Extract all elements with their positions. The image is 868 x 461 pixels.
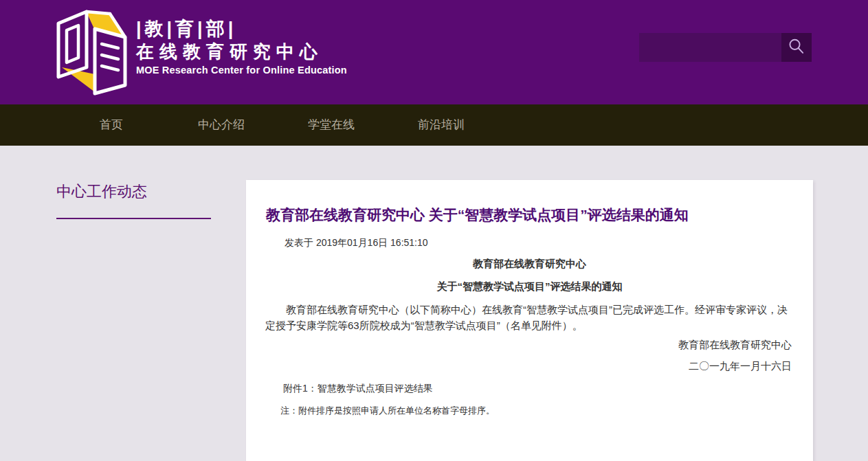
nav-item-frontier-training[interactable]: 前沿培训 (386, 104, 496, 146)
logo-line-ministry: |教|育|部| (136, 18, 347, 40)
logo-text: |教|育|部| 在线教育研究中心 MOE Research Center for… (136, 8, 347, 96)
logo-line-english-name: MOE Research Center for Online Education (136, 63, 347, 77)
doc-heading-org: 教育部在线教育研究中心 (246, 258, 813, 271)
site-logo[interactable]: |教|育|部| 在线教育研究中心 MOE Research Center for… (54, 8, 347, 96)
site-header: |教|育|部| 在线教育研究中心 MOE Research Center for… (0, 0, 868, 104)
article-publish-date: 发表于 2019年01月16日 16:51:10 (285, 237, 813, 249)
sidebar-title-underline (56, 218, 211, 219)
search-box (639, 33, 812, 62)
nav-item-center-intro[interactable]: 中心介绍 (166, 104, 276, 146)
logo-line-center-name: 在线教育研究中心 (136, 40, 347, 63)
oe-cube-logo-icon (54, 8, 129, 96)
main-nav: 首页 中心介绍 学堂在线 前沿培训 (0, 104, 868, 146)
search-input[interactable] (639, 33, 781, 62)
article-title: 教育部在线教育研究中心 关于“智慧教学试点项目”评选结果的通知 (266, 206, 792, 223)
nav-item-xuetangx[interactable]: 学堂在线 (276, 104, 386, 146)
search-button[interactable] (781, 33, 812, 62)
nav-item-home[interactable]: 首页 (56, 104, 166, 146)
doc-paragraph: 教育部在线教育研究中心（以下简称中心）在线教育“智慧教学试点项目”已完成评选工作… (265, 302, 792, 333)
search-icon (786, 37, 807, 58)
attachment-link[interactable]: 附件1：智慧教学试点项目评选结果 (283, 383, 813, 395)
doc-date-line: 二〇一九年一月十六日 (246, 360, 792, 373)
article-card: 教育部在线教育研究中心 关于“智慧教学试点项目”评选结果的通知 发表于 2019… (246, 180, 813, 461)
doc-note: 注：附件排序是按照申请人所在单位名称首字母排序。 (280, 405, 813, 417)
sidebar-title-center-news[interactable]: 中心工作动态 (56, 181, 211, 202)
sidebar: 中心工作动态 (56, 181, 211, 219)
page: |教|育|部| 在线教育研究中心 MOE Research Center for… (0, 0, 868, 461)
doc-heading-subject: 关于“智慧教学试点项目”评选结果的通知 (246, 280, 813, 293)
doc-signature: 教育部在线教育研究中心 (246, 339, 792, 352)
